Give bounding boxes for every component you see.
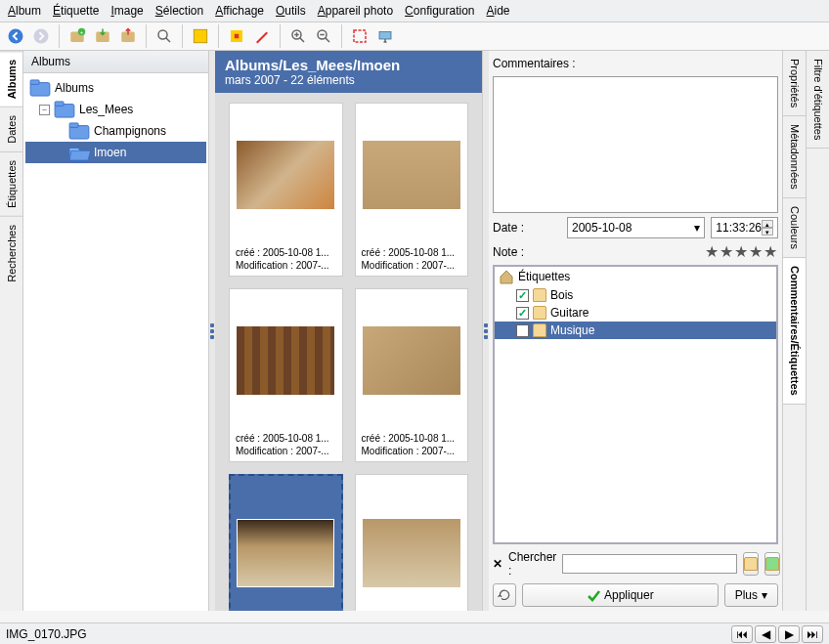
home-icon [499,269,514,284]
nav-forward-button[interactable] [29,24,53,48]
more-label: Plus [735,588,758,602]
tab-commentaires[interactable]: Commentaires/Étiquettes [783,258,806,405]
slideshow-button[interactable] [373,24,397,48]
checkbox[interactable] [516,324,529,337]
thumbnail-image [362,297,462,424]
tag-label: Guitare [550,306,589,320]
tree-root-albums[interactable]: Albums [25,77,206,99]
svg-rect-8 [194,29,207,43]
zoom-in-button[interactable] [286,24,310,48]
folder-open-icon [68,144,90,161]
last-button[interactable]: ⏭ [802,625,823,643]
edit-button[interactable] [189,24,212,48]
thumbnail-image [362,111,462,238]
check-icon [587,588,600,602]
checkbox[interactable] [516,289,529,302]
album-title: Albums/Les_Mees/Imoen [225,57,472,73]
clear-icon[interactable]: ✕ [493,557,502,571]
tag-label: Musique [550,323,594,337]
tag-bois[interactable]: Bois [495,286,776,304]
chevron-down-icon[interactable]: ▾ [694,221,700,235]
prev-button[interactable]: ◀ [755,625,776,643]
time-spinner[interactable]: ▴▾ [762,220,773,236]
panel-header: Albums [23,51,208,73]
left-tabstrip: Albums Dates Étiquettes Recherches [0,51,23,611]
tag-label: Bois [550,288,573,302]
time-input[interactable]: 11:33:26 ▴▾ [711,217,778,238]
menu-affichage[interactable]: Affichage [215,4,264,18]
tag-musique[interactable]: Musique [495,322,776,339]
more-button[interactable]: Plus ▾ [724,583,778,607]
tag-guitare[interactable]: Guitare [495,304,776,322]
thumbnail-item[interactable]: créé : 2005-10-08 1... [355,474,469,611]
svg-text:+: + [80,29,84,35]
rating-stars[interactable]: ★★★★★ [705,242,778,261]
date-label: Date : [493,219,561,236]
svg-point-0 [9,29,23,44]
menu-config[interactable]: Configuration [405,4,474,18]
thumbnail-item[interactable]: créé : 2005-10-08 1...Modification : 200… [355,103,469,277]
tag-assign-button[interactable] [743,552,759,576]
tab-metadonnees[interactable]: Métadonnées [783,116,806,198]
menu-etiquette[interactable]: Étiquette [53,4,99,18]
new-album-button[interactable]: + [65,24,89,48]
tab-etiquettes[interactable]: Étiquettes [0,151,22,216]
tree-imoen[interactable]: Imoen [25,142,206,163]
svg-rect-13 [354,30,366,42]
menu-selection[interactable]: Sélection [155,4,203,18]
statusbar: IMG_0170.JPG ⏮ ◀ ▶ ⏭ [0,623,829,644]
tab-couleurs[interactable]: Couleurs [783,198,806,258]
thumbnail-image [362,483,462,611]
thumbnail-item[interactable]: créé : 2005-10-08 1...Modification : 200… [355,288,469,462]
thumb-created: créé : 2005-10-08 1... [362,246,462,259]
thumbnail-item[interactable]: créé : 2005-10-08 1...Modification : 200… [229,288,343,462]
thumbnail-item-selected[interactable]: créé : 2005-10-08 1... [229,474,343,611]
export-button[interactable] [116,24,140,48]
folder-icon [68,122,90,140]
menu-album[interactable]: AAlbumlbum [8,4,41,18]
album-tree-panel: Albums Albums − Les_Mees Champignons Imo… [23,51,209,611]
svg-rect-20 [69,123,78,127]
chevron-down-icon: ▾ [762,588,767,602]
tab-recherches[interactable]: Recherches [0,216,22,290]
nav-back-button[interactable] [4,24,27,48]
tree-les-mees[interactable]: − Les_Mees [25,99,206,120]
checkbox[interactable] [516,307,529,320]
tab-proprietes[interactable]: Propriétés [783,51,806,116]
thumbnail-image [236,111,336,238]
svg-rect-14 [379,32,391,40]
search-input[interactable] [562,554,737,574]
collapse-icon[interactable]: − [39,105,50,115]
menu-image[interactable]: Image [110,4,143,18]
tag-button[interactable] [225,24,248,48]
toolbar: + [0,22,829,51]
right-tabstrip-1: Propriétés Métadonnées Couleurs Commenta… [782,51,806,611]
fullscreen-button[interactable] [348,24,371,48]
import-button[interactable] [91,24,114,48]
menu-aide[interactable]: Aide [487,4,510,18]
tree-label: Champignons [94,124,166,138]
tab-filtre[interactable]: Filtre d'étiquettes [807,51,829,149]
svg-rect-18 [55,102,64,107]
tab-albums[interactable]: Albums [0,51,22,107]
tree-champignons[interactable]: Champignons [25,120,206,142]
apply-button[interactable]: Appliquer [522,583,719,607]
comments-textarea[interactable] [493,76,778,213]
tags-tree: Étiquettes Bois Guitare Musique [493,265,778,544]
color-button[interactable] [250,24,274,48]
date-value: 2005-10-08 [572,221,632,235]
next-button[interactable]: ▶ [778,625,800,643]
date-input[interactable]: 2005-10-08 ▾ [567,217,705,238]
zoom-out-button[interactable] [312,24,335,48]
first-button[interactable]: ⏮ [731,625,753,643]
tab-dates[interactable]: Dates [0,107,22,151]
refresh-button[interactable] [493,583,516,607]
tags-header-label: Étiquettes [518,270,570,283]
tags-header[interactable]: Étiquettes [495,267,776,286]
tag-new-button[interactable] [764,552,780,576]
thumbnail-item[interactable]: créé : 2005-10-08 1...Modification : 200… [229,103,343,277]
menu-appareil[interactable]: Appareil photo [318,4,393,18]
thumb-created: créé : 2005-10-08 1... [362,432,462,445]
menu-outils[interactable]: Outils [276,4,306,18]
view-button[interactable] [153,24,176,48]
